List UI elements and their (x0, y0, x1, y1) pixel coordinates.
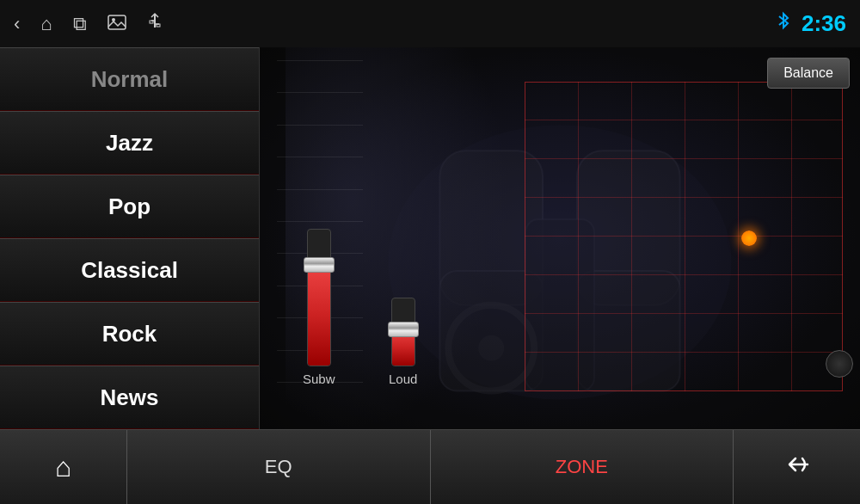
home-icon[interactable]: ⌂ (40, 13, 52, 35)
top-bar-left: ‹ ⌂ ⧉ (14, 12, 163, 36)
svg-rect-5 (150, 21, 153, 23)
svg-rect-0 (108, 15, 126, 29)
image-icon[interactable] (108, 13, 126, 35)
left-panel: Normal Jazz Pop Classical Rock News (0, 47, 260, 429)
eq-item-news[interactable]: News (0, 366, 259, 429)
layers-icon[interactable]: ⧉ (73, 13, 87, 35)
usb-icon[interactable] (147, 12, 163, 36)
loudness-thumb[interactable] (388, 322, 419, 337)
balance-dot[interactable] (741, 230, 757, 246)
loudness-track[interactable] (391, 298, 415, 366)
top-bar: ‹ ⌂ ⧉ 2:36 (0, 0, 860, 47)
subwoofer-slider-group: Subw (303, 229, 335, 386)
home-button-icon: ⌂ (55, 452, 71, 483)
eq-item-jazz[interactable]: Jazz (0, 111, 259, 175)
home-button[interactable]: ⌂ (0, 430, 127, 504)
balance-button[interactable]: Balance (767, 58, 850, 89)
bottom-bar: ⌂ EQ ZONE (0, 429, 860, 504)
loudness-label: Loud (389, 372, 417, 386)
eq-label: EQ (265, 456, 292, 478)
main-content: Normal Jazz Pop Classical Rock News (0, 47, 860, 429)
back-button-icon (783, 452, 811, 482)
time-display: 2:36 (802, 10, 846, 37)
back-button[interactable] (733, 430, 860, 504)
right-panel: Subw Loud Balance (260, 47, 860, 429)
balance-grid[interactable] (525, 82, 843, 391)
svg-point-15 (478, 335, 504, 361)
eq-item-classical[interactable]: Classical (0, 238, 259, 302)
eq-item-pop[interactable]: Pop (0, 175, 259, 238)
eq-item-rock[interactable]: Rock (0, 302, 259, 366)
subwoofer-fill (308, 264, 330, 366)
subwoofer-track[interactable] (307, 229, 331, 366)
subwoofer-label: Subw (303, 372, 335, 386)
eq-button[interactable]: EQ (127, 430, 431, 504)
zone-label: ZONE (556, 456, 608, 478)
loudness-slider-group: Loud (389, 298, 417, 386)
top-bar-right: 2:36 (776, 10, 846, 37)
back-icon[interactable]: ‹ (14, 13, 20, 35)
eq-item-normal[interactable]: Normal (0, 47, 259, 111)
subwoofer-thumb[interactable] (304, 257, 335, 273)
svg-rect-6 (157, 24, 160, 27)
zone-button[interactable]: ZONE (431, 430, 734, 504)
mini-settings-icon[interactable] (826, 350, 853, 378)
bluetooth-icon (776, 11, 791, 36)
